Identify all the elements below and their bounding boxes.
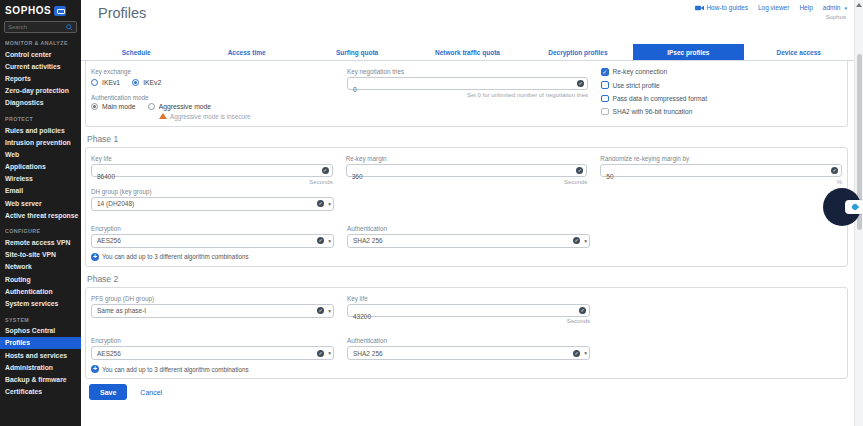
sidebar-item-applications[interactable]: Applications (0, 161, 81, 173)
sidebar-item-active-threat-response[interactable]: Active threat response (0, 209, 81, 221)
video-camera-icon (695, 5, 704, 11)
assistant-chat-bubble[interactable] (823, 188, 861, 226)
sidebar-item-current-activities[interactable]: Current activities (0, 60, 81, 72)
phase1-key-life-label: Key life (91, 155, 333, 162)
sha2-96bit-checkbox[interactable] (601, 108, 609, 116)
sidebar-item-routing[interactable]: Routing (0, 273, 81, 285)
phase2-info: You can add up to 3 different algorithm … (91, 365, 842, 373)
sidebar-item-reports[interactable]: Reports (0, 72, 81, 84)
tab-surfing-quota[interactable]: Surfing quota (302, 44, 412, 60)
phase1-panel: Key life Seconds Re-key margin Seconds R… (85, 147, 848, 267)
chevron-down-icon (584, 237, 587, 245)
scroll-up-arrow-icon[interactable] (856, 3, 862, 7)
sidebar-item-web[interactable]: Web (0, 148, 81, 160)
sidebar-item-wireless[interactable]: Wireless (0, 173, 81, 185)
auth-mode-label: Authentication mode (91, 94, 334, 101)
sidebar-item-profiles[interactable]: Profiles (0, 337, 81, 349)
phase1-encryption-select[interactable]: AES256 (91, 234, 334, 248)
sidebar-item-authentication[interactable]: Authentication (0, 285, 81, 297)
search-input[interactable] (8, 24, 66, 30)
phase1-dh-group-label: DH group (key group) (91, 188, 334, 195)
tab-schedule[interactable]: Schedule (81, 44, 191, 60)
sidebar-item-hosts-and-services[interactable]: Hosts and services (0, 349, 81, 361)
chevron-down-icon (328, 200, 331, 208)
rekey-connection-option[interactable]: Re-key connection (601, 68, 842, 76)
sidebar-item-rules-and-policies[interactable]: Rules and policies (0, 124, 81, 136)
rekey-connection-checkbox[interactable] (601, 68, 609, 76)
radio-main-mode-label[interactable]: Main mode (102, 103, 136, 110)
radio-ikev1[interactable] (91, 79, 98, 86)
valid-check-icon (317, 307, 324, 314)
chat-drop-icon (850, 203, 858, 211)
sidebar-item-remote-access-vpn[interactable]: Remote access VPN (0, 236, 81, 248)
tab-decryption-profiles[interactable]: Decryption profiles (523, 44, 633, 60)
sha2-96bit-option[interactable]: SHA2 with 96-bit truncation (601, 108, 842, 116)
cancel-button[interactable]: Cancel (140, 389, 162, 396)
admin-menu[interactable]: admin (823, 4, 847, 11)
search-icon[interactable] (66, 24, 73, 31)
tab-access-time[interactable]: Access time (191, 44, 301, 60)
phase1-rekey-margin-input[interactable] (347, 171, 587, 182)
general-settings-panel: Key exchange IKEv1 IKEv2 Authentication … (85, 61, 848, 127)
radio-main-mode[interactable] (91, 103, 98, 110)
nav-section-protect: PROTECT (5, 116, 76, 122)
tab-ipsec-profiles[interactable]: IPsec profiles (633, 44, 743, 60)
top-bar: Profiles How-to guides Log viewer Help a… (81, 0, 854, 44)
howto-guides-link[interactable]: How-to guides (695, 4, 748, 11)
sidebar-search[interactable] (4, 21, 77, 33)
sidebar-item-certificates[interactable]: Certificates (0, 386, 81, 398)
key-negotiation-tries-input[interactable] (348, 84, 587, 95)
radio-aggressive-mode[interactable] (148, 103, 155, 110)
sidebar-item-control-center[interactable]: Control center (0, 48, 81, 60)
profile-tabs: Schedule Access time Surfing quota Netwo… (81, 44, 854, 61)
radio-aggressive-mode-label[interactable]: Aggressive mode (159, 103, 212, 110)
sidebar-item-intrusion-prevention[interactable]: Intrusion prevention (0, 136, 81, 148)
aggressive-mode-warning: Aggressive mode is insecure (159, 113, 334, 120)
valid-check-icon (573, 237, 580, 244)
phase1-randomize-input[interactable] (601, 171, 841, 182)
phase2-key-life-input[interactable] (348, 311, 589, 322)
brand-logo[interactable]: SOPHOS (0, 0, 81, 19)
phase1-info: You can add up to 3 different algorithm … (91, 253, 842, 261)
pass-data-compressed-checkbox[interactable] (601, 95, 609, 103)
help-link[interactable]: Help (799, 4, 812, 11)
phase1-key-life-input[interactable] (92, 171, 332, 182)
tab-network-traffic-quota[interactable]: Network traffic quota (412, 44, 522, 60)
pass-data-compressed-option[interactable]: Pass data in compressed format (601, 95, 842, 103)
sidebar-item-site-to-site-vpn[interactable]: Site-to-site VPN (0, 249, 81, 261)
phase1-key-life-field: Key life Seconds (91, 152, 333, 185)
sidebar-item-sophos-central[interactable]: Sophos Central (0, 325, 81, 337)
valid-check-icon (322, 167, 329, 174)
radio-ikev2-label[interactable]: IKEv2 (143, 79, 161, 86)
radio-ikev1-label[interactable]: IKEv1 (102, 79, 120, 86)
sidebar-item-network[interactable]: Network (0, 261, 81, 273)
phase2-encryption-select[interactable]: AES256 (91, 346, 334, 360)
sidebar-item-administration[interactable]: Administration (0, 361, 81, 373)
chevron-down-icon (328, 307, 331, 315)
valid-check-icon (577, 80, 584, 87)
tab-device-access[interactable]: Device access (744, 44, 854, 60)
log-viewer-link[interactable]: Log viewer (758, 4, 789, 11)
phase1-authentication-field: Authentication SHA2 256 (347, 222, 590, 248)
use-strict-profile-checkbox[interactable] (601, 81, 609, 89)
phase2-pfs-group-select[interactable]: Same as phase-I (91, 304, 334, 318)
sidebar-item-diagnostics[interactable]: Diagnostics (0, 97, 81, 109)
save-button[interactable]: Save (89, 384, 127, 400)
valid-check-icon (579, 307, 586, 314)
phase1-authentication-select[interactable]: SHA2 256 (347, 234, 590, 248)
phase1-dh-group-select[interactable]: 14 (DH2048) (91, 197, 334, 211)
use-strict-profile-option[interactable]: Use strict profile (601, 81, 842, 89)
phase1-rekey-margin-label: Re-key margin (346, 155, 588, 162)
radio-ikev2[interactable] (132, 79, 139, 86)
sidebar-item-system-services[interactable]: System services (0, 297, 81, 309)
chevron-down-icon (584, 349, 587, 357)
sidebar-item-email[interactable]: Email (0, 185, 81, 197)
chevron-down-icon (328, 237, 331, 245)
valid-check-icon (317, 237, 324, 244)
sidebar-item-zero-day-protection[interactable]: Zero-day protection (0, 85, 81, 97)
key-exchange-field: Key exchange IKEv1 IKEv2 Authentication … (91, 65, 334, 121)
phase2-authentication-select[interactable]: SHA2 256 (347, 346, 590, 360)
sidebar-item-backup-firmware[interactable]: Backup & firmware (0, 373, 81, 385)
sidebar-item-web-server[interactable]: Web server (0, 197, 81, 209)
warning-triangle-icon (159, 113, 167, 119)
